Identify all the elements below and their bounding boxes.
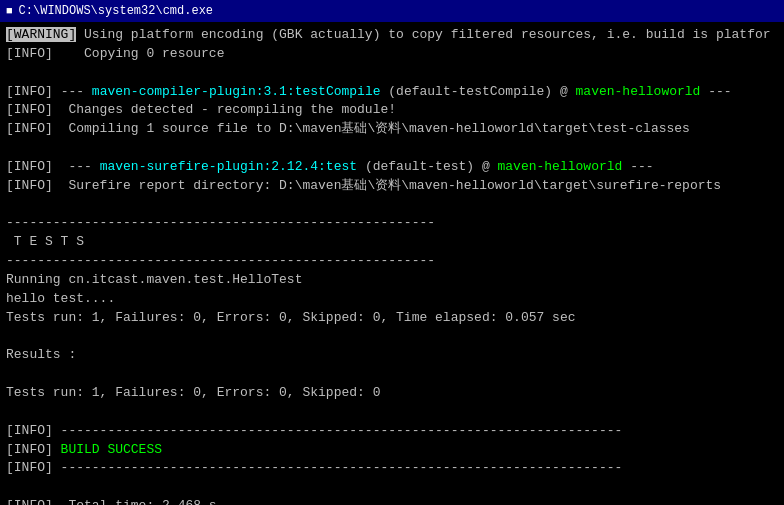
terminal-line: [INFO] ---------------------------------…: [6, 459, 778, 478]
terminal-line: [6, 139, 778, 158]
terminal-line: [6, 478, 778, 497]
terminal-line: [INFO] Surefire report directory: D:\mav…: [6, 177, 778, 196]
terminal-line: Results :: [6, 346, 778, 365]
terminal-line: [INFO] Changes detected - recompiling th…: [6, 101, 778, 120]
terminal-line: [INFO] Copying 0 resource: [6, 45, 778, 64]
terminal-line: [6, 328, 778, 347]
terminal-line: hello test....: [6, 290, 778, 309]
terminal-line: [WARNING] Using platform encoding (GBK a…: [6, 26, 778, 45]
terminal-line: [INFO] ---------------------------------…: [6, 422, 778, 441]
terminal-line: [6, 196, 778, 215]
terminal-line: ----------------------------------------…: [6, 252, 778, 271]
terminal-line: [INFO] --- maven-surefire-plugin:2.12.4:…: [6, 158, 778, 177]
terminal-line: [6, 64, 778, 83]
terminal-line: [INFO] Compiling 1 source file to D:\mav…: [6, 120, 778, 139]
title-bar: ■ C:\WINDOWS\system32\cmd.exe: [0, 0, 784, 22]
terminal[interactable]: [WARNING] Using platform encoding (GBK a…: [0, 22, 784, 505]
terminal-line: Tests run: 1, Failures: 0, Errors: 0, Sk…: [6, 309, 778, 328]
terminal-line: ----------------------------------------…: [6, 214, 778, 233]
terminal-line: [6, 403, 778, 422]
terminal-line: [INFO] BUILD SUCCESS: [6, 441, 778, 460]
terminal-line: [INFO] Total time: 2.468 s: [6, 497, 778, 505]
terminal-line: T E S T S: [6, 233, 778, 252]
terminal-line: Tests run: 1, Failures: 0, Errors: 0, Sk…: [6, 384, 778, 403]
title-bar-text: C:\WINDOWS\system32\cmd.exe: [19, 4, 213, 18]
title-bar-icon: ■: [6, 5, 13, 17]
terminal-line: [INFO] --- maven-compiler-plugin:3.1:tes…: [6, 83, 778, 102]
terminal-line: Running cn.itcast.maven.test.HelloTest: [6, 271, 778, 290]
terminal-line: [6, 365, 778, 384]
